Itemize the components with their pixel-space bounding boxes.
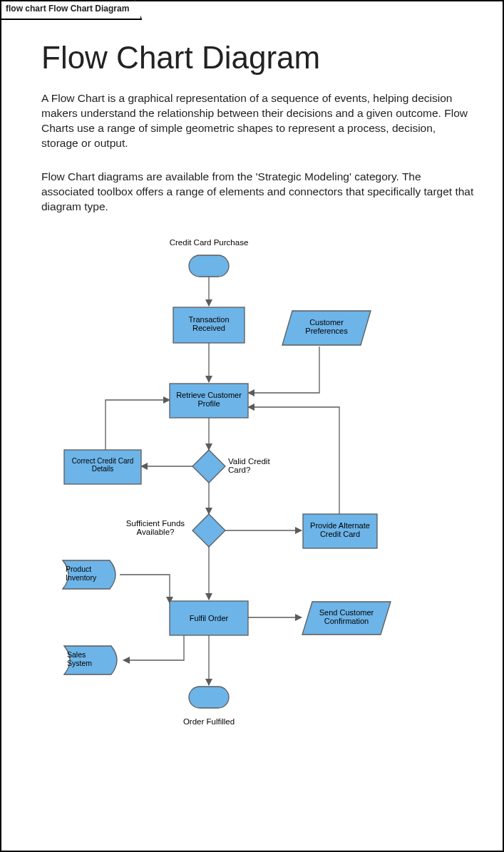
start-node [189,255,229,277]
document-page: flow chart Flow Chart Diagram Flow Chart… [0,0,504,852]
end-node [189,687,229,708]
page-title: Flow Chart Diagram [41,40,474,76]
start-label: Credit Card Purchase [161,238,257,247]
alternate-label: Provide Alternate Credit Card [303,521,377,538]
page-tab: flow chart Flow Chart Diagram [0,0,142,20]
flowchart-svg [41,232,469,753]
intro-paragraph-1: A Flow Chart is a graphical representati… [41,91,474,151]
sufficient-funds-decision [192,514,225,547]
inventory-label: Product Inventory [66,565,113,582]
retrieve-label: Retrieve Customer Profile [170,391,248,408]
sales-label: Sales System [67,650,110,667]
valid-question-label: Valid Credit Card? [228,457,285,474]
preferences-label: Customer Preferences [289,318,364,335]
intro-paragraph-2: Flow Chart diagrams are available from t… [41,170,474,215]
page-tab-label: flow chart Flow Chart Diagram [6,4,129,14]
flowchart-diagram: Credit Card Purchase Transaction Receive… [41,232,469,753]
fulfil-label: Fulfil Order [170,614,248,622]
confirm-label: Send Customer Confirmation [309,608,384,625]
transaction-label: Transaction Received [173,315,245,332]
correct-label: Correct Credit Card Details [64,457,141,473]
content-area: Flow Chart Diagram A Flow Chart is a gra… [1,1,503,753]
funds-question-label: Sufficient Funds Available? [120,519,191,536]
end-label: Order Fulfilled [170,717,248,726]
valid-card-decision [192,450,225,483]
